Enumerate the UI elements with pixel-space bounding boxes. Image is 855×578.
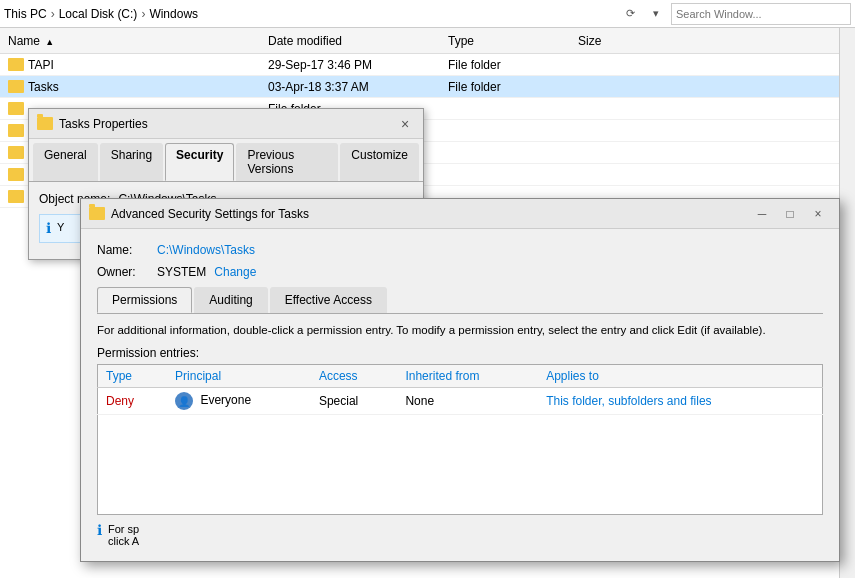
tab-general[interactable]: General [33, 143, 98, 181]
file-name-cell: TAPI [0, 58, 260, 72]
search-input[interactable] [671, 3, 851, 25]
adv-titlebar-left: Advanced Security Settings for Tasks [89, 207, 309, 221]
folder-icon [8, 190, 24, 203]
adv-tabs: Permissions Auditing Effective Access [97, 287, 823, 314]
perm-applies-to: This folder, subfolders and files [538, 388, 822, 415]
perm-inherited-from: None [397, 388, 538, 415]
folder-icon [8, 124, 24, 137]
user-icon [175, 392, 193, 410]
separator-1: › [51, 7, 55, 21]
perm-access: Special [311, 388, 398, 415]
adv-owner-label: Owner: [97, 265, 157, 279]
path-part-1[interactable]: This PC [4, 7, 47, 21]
adv-info-icon: ℹ [97, 522, 102, 538]
dialog-close-button[interactable]: × [395, 114, 415, 134]
separator-2: › [141, 7, 145, 21]
file-name: TAPI [28, 58, 54, 72]
info-icon: ℹ [46, 220, 51, 236]
perm-empty-area [97, 415, 823, 515]
address-right: ⟳ ▾ [619, 3, 851, 25]
adv-owner-value: SYSTEM [157, 265, 206, 279]
file-name: Tasks [28, 80, 59, 94]
adv-description: For additional information, double-click… [97, 322, 823, 338]
address-bar: This PC › Local Disk (C:) › Windows ⟳ ▾ [0, 0, 855, 28]
table-row[interactable]: TAPI 29-Sep-17 3:46 PM File folder [0, 54, 855, 76]
folder-icon [8, 80, 24, 93]
tab-security[interactable]: Security [165, 143, 234, 181]
perm-table-header: Type Principal Access Inherited from App… [98, 365, 823, 388]
col-size[interactable]: Size [570, 34, 670, 48]
file-name-cell: Tasks [0, 80, 260, 94]
col-type-header[interactable]: Type [98, 365, 168, 388]
dialog-title-icon [37, 117, 53, 130]
dialog-tabs: General Sharing Security Previous Versio… [29, 139, 423, 182]
dialog-titlebar-left: Tasks Properties [37, 117, 148, 131]
adv-owner-row: Owner: SYSTEM Change [97, 265, 823, 279]
file-type: File folder [440, 80, 570, 94]
adv-name-value: C:\Windows\Tasks [157, 243, 255, 257]
adv-name-label: Name: [97, 243, 157, 257]
col-date[interactable]: Date modified [260, 34, 440, 48]
folder-icon [8, 58, 24, 71]
col-access-header[interactable]: Access [311, 365, 398, 388]
refresh-button[interactable]: ⟳ [619, 3, 641, 25]
adv-titlebar-buttons: ─ □ × [749, 204, 831, 224]
perm-principal-name: Everyone [200, 393, 251, 407]
adv-info-text: For spclick A [108, 523, 139, 547]
path-part-2[interactable]: Local Disk (C:) [59, 7, 138, 21]
col-type[interactable]: Type [440, 34, 570, 48]
dialog-titlebar[interactable]: Tasks Properties × [29, 109, 423, 139]
adv-titlebar-title: Advanced Security Settings for Tasks [111, 207, 309, 221]
perm-principal: Everyone [167, 388, 311, 415]
file-date: 03-Apr-18 3:37 AM [260, 80, 440, 94]
table-row[interactable]: Tasks 03-Apr-18 3:37 AM File folder [0, 76, 855, 98]
change-owner-link[interactable]: Change [214, 265, 256, 279]
col-name[interactable]: Name ▲ [0, 34, 260, 48]
table-row[interactable]: Deny Everyone Special None This folder, … [98, 388, 823, 415]
dropdown-button[interactable]: ▾ [645, 3, 667, 25]
adv-info-strip: ℹ For spclick A [97, 523, 823, 547]
maximize-button[interactable]: □ [777, 204, 803, 224]
tab-previous-versions[interactable]: Previous Versions [236, 143, 338, 181]
file-type: File folder [440, 58, 570, 72]
path-part-3[interactable]: Windows [149, 7, 198, 21]
adv-name-row: Name: C:\Windows\Tasks [97, 243, 823, 257]
col-principal-header[interactable]: Principal [167, 365, 311, 388]
close-button[interactable]: × [805, 204, 831, 224]
folder-icon [8, 146, 24, 159]
adv-perm-entries-label: Permission entries: [97, 346, 823, 360]
adv-titlebar: Advanced Security Settings for Tasks ─ □… [81, 199, 839, 229]
scrollbar[interactable] [839, 28, 855, 578]
adv-tab-permissions[interactable]: Permissions [97, 287, 192, 313]
folder-icon [8, 168, 24, 181]
permissions-table: Type Principal Access Inherited from App… [97, 364, 823, 415]
advanced-security-dialog: Advanced Security Settings for Tasks ─ □… [80, 198, 840, 562]
tab-sharing[interactable]: Sharing [100, 143, 163, 181]
tab-customize[interactable]: Customize [340, 143, 419, 181]
address-path[interactable]: This PC › Local Disk (C:) › Windows [4, 7, 619, 21]
adv-content: Name: C:\Windows\Tasks Owner: SYSTEM Cha… [81, 229, 839, 561]
dialog-titlebar-title: Tasks Properties [59, 117, 148, 131]
folder-icon [8, 102, 24, 115]
perm-type: Deny [98, 388, 168, 415]
file-list-header: Name ▲ Date modified Type Size [0, 28, 855, 54]
file-date: 29-Sep-17 3:46 PM [260, 58, 440, 72]
minimize-button[interactable]: ─ [749, 204, 775, 224]
adv-title-icon [89, 207, 105, 220]
col-inherited-from-header[interactable]: Inherited from [397, 365, 538, 388]
col-applies-to-header[interactable]: Applies to [538, 365, 822, 388]
adv-tab-auditing[interactable]: Auditing [194, 287, 267, 313]
adv-tab-effective-access[interactable]: Effective Access [270, 287, 387, 313]
